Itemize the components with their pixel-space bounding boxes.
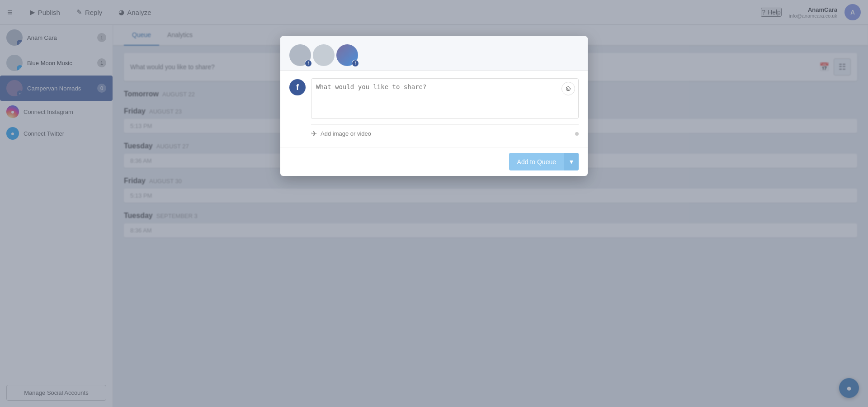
modal-overlay[interactable]: f f f ☺ ✈ bbox=[0, 0, 868, 407]
add-to-queue-button[interactable]: Add to Queue ▾ bbox=[509, 153, 579, 170]
modal-footer: Add to Queue ▾ bbox=[280, 147, 588, 176]
modal-avatar-1-fb-badge: f bbox=[305, 60, 312, 67]
compose-modal: f f f ☺ ✈ bbox=[280, 36, 588, 176]
emoji-button[interactable]: ☺ bbox=[561, 82, 575, 95]
modal-avatar-3-fb-badge: f bbox=[352, 60, 359, 67]
post-fb-icon: f bbox=[289, 79, 306, 95]
modal-avatar-3[interactable]: f bbox=[336, 44, 358, 66]
modal-avatar-1[interactable]: f bbox=[289, 44, 311, 66]
post-textarea[interactable] bbox=[311, 78, 579, 119]
post-compose-row: f ☺ ✈ Add image or video bbox=[289, 78, 579, 140]
post-input-area: ☺ ✈ Add image or video bbox=[311, 78, 579, 140]
media-row: ✈ Add image or video bbox=[311, 124, 579, 140]
media-dot bbox=[575, 132, 579, 136]
add-image-label[interactable]: Add image or video bbox=[321, 130, 371, 137]
post-input-wrap: ☺ bbox=[311, 78, 579, 121]
modal-avatar-2[interactable] bbox=[313, 44, 335, 66]
modal-body: f ☺ ✈ Add image or video bbox=[280, 71, 588, 147]
image-video-icon: ✈ bbox=[311, 129, 317, 138]
modal-header: f f bbox=[280, 36, 588, 71]
add-queue-arrow: ▾ bbox=[564, 153, 579, 170]
modal-avatars: f f bbox=[289, 44, 358, 66]
add-queue-label: Add to Queue bbox=[509, 154, 564, 170]
